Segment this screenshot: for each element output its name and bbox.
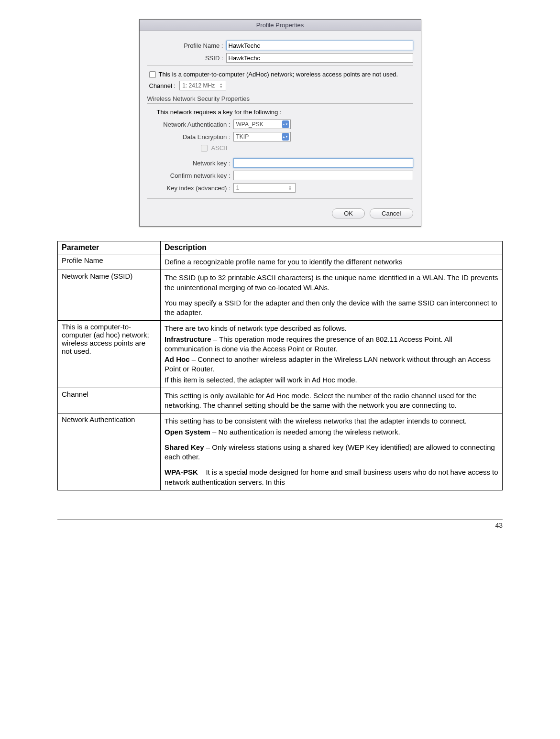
profile-properties-dialog: Profile Properties Profile Name : SSID :… [139, 19, 421, 227]
confirm-key-label: Confirm network key : [157, 172, 233, 179]
desc-cell: The SSID (up to 32 printable ASCII chara… [161, 270, 503, 321]
table-row: This is a computer-to-computer (ad hoc) … [58, 321, 503, 388]
adhoc-label: This is a computer-to-computer (AdHoc) n… [159, 71, 398, 78]
param-cell: Channel [58, 388, 161, 413]
table-header-description: Description [161, 241, 503, 254]
profile-name-label: Profile Name : [147, 42, 226, 49]
param-cell: Network Name (SSID) [58, 270, 161, 321]
table-header-parameter: Parameter [58, 241, 161, 254]
table-row: Network Name (SSID)The SSID (up to 32 pr… [58, 270, 503, 321]
ascii-checkbox [201, 145, 208, 152]
desc-cell: There are two kinds of network type desc… [161, 321, 503, 388]
param-cell: This is a computer-to-computer (ad hoc) … [58, 321, 161, 388]
profile-name-input[interactable] [226, 41, 413, 50]
ssid-input[interactable] [226, 53, 413, 63]
table-row: Network AuthenticationThis setting has t… [58, 413, 503, 490]
key-index-label: Key index (advanced) : [157, 185, 233, 192]
ok-button[interactable]: OK [332, 208, 365, 218]
requires-key-label: This network requires a key for the foll… [157, 109, 413, 116]
page-number: 43 [57, 519, 503, 529]
stepper-icon: ▲▼ [287, 184, 294, 192]
dropdown-icon: ▲▼ [282, 120, 289, 128]
ascii-label: ASCII [211, 144, 228, 152]
dropdown-icon: ▲▼ [282, 133, 289, 141]
cancel-button[interactable]: Cancel [370, 208, 413, 218]
channel-label: Channel : [149, 82, 176, 89]
ssid-label: SSID : [147, 54, 226, 62]
desc-cell: Define a recognizable profile name for y… [161, 254, 503, 270]
param-cell: Network Authentication [58, 413, 161, 490]
adhoc-checkbox[interactable] [149, 71, 156, 78]
auth-label: Network Authentication : [157, 121, 233, 128]
stepper-icon: ▲▼ [218, 82, 224, 89]
enc-select[interactable]: TKIP ▲▼ [233, 132, 291, 141]
channel-select[interactable]: 1: 2412 MHz ▲▼ [179, 81, 226, 90]
table-row: ChannelThis setting is only available fo… [58, 388, 503, 413]
table-row: Profile NameDefine a recognizable profil… [58, 254, 503, 270]
network-key-label: Network key : [157, 160, 233, 167]
desc-cell: This setting is only available for Ad Ho… [161, 388, 503, 413]
key-index-select[interactable]: 1 ▲▼ [233, 183, 296, 193]
desc-cell: This setting has to be consistent with t… [161, 413, 503, 490]
network-key-input[interactable] [233, 158, 413, 168]
param-cell: Profile Name [58, 254, 161, 270]
enc-label: Data Encryption : [157, 133, 233, 141]
dialog-title: Profile Properties [140, 20, 421, 31]
confirm-key-input[interactable] [233, 171, 413, 180]
auth-select[interactable]: WPA_PSK ▲▼ [233, 120, 291, 129]
parameter-table: Parameter Description Profile NameDefine… [57, 241, 503, 490]
security-section-label: Wireless Network Security Properties [147, 95, 413, 102]
